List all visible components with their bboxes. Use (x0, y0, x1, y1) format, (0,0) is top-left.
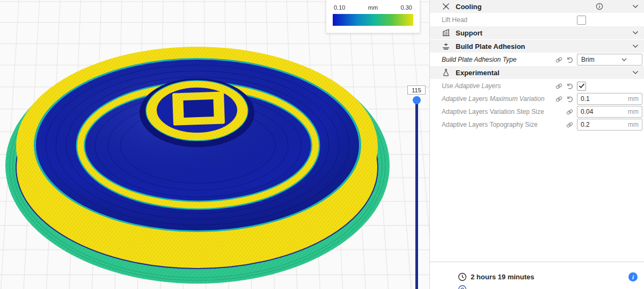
section-support[interactable]: Support (430, 26, 644, 40)
adhesion-type-dropdown[interactable]: Brim (577, 54, 642, 66)
info-icon[interactable] (596, 3, 603, 10)
section-build-plate-adhesion[interactable]: Build Plate Adhesion (430, 40, 644, 53)
dropdown-value: Brim (581, 56, 610, 63)
adaptive-step-size-field[interactable]: mm (577, 106, 642, 118)
fan-icon (442, 2, 450, 11)
adaptive-topography-size-input[interactable] (581, 121, 626, 128)
cura-prepare-window: 0.10 mm 0.30 115 Cooling (0, 0, 644, 289)
setting-label: Use Adaptive Layers (442, 82, 501, 90)
legend-gradient-bar (333, 14, 413, 26)
layer-slider-track[interactable] (415, 103, 418, 289)
setting-adaptive-max-variation: Adaptive Layers Maximum Variation (430, 92, 644, 105)
section-label: Support (456, 29, 482, 37)
setting-label: Adaptive Layers Maximum Variation (442, 95, 545, 103)
settings-panel: Cooling Lift Head (429, 0, 644, 262)
section-label: Experimental (456, 69, 500, 77)
checkmark-icon (579, 83, 585, 89)
print-summary: 2 hours 19 minutes i (429, 262, 644, 289)
flask-icon (442, 68, 450, 77)
revert-icon[interactable] (566, 96, 573, 103)
link-icon[interactable] (566, 109, 573, 115)
material-spool-icon (458, 285, 467, 289)
section-experimental[interactable]: Experimental (430, 66, 644, 80)
adaptive-topography-size-field[interactable]: mm (577, 119, 642, 131)
setting-label: Adaptive Layers Variation Step Size (442, 108, 544, 115)
legend-min: 0.10 (334, 4, 345, 11)
plate-adhesion-icon (442, 42, 450, 50)
chevron-down-icon (632, 30, 639, 35)
setting-use-adaptive-layers: Use Adaptive Layers (430, 80, 644, 92)
setting-label: Adaptive Layers Topography Size (442, 121, 538, 128)
print-time-estimate: 2 hours 19 minutes (471, 273, 534, 281)
use-adaptive-layers-checkbox[interactable] (577, 82, 586, 91)
chevron-down-icon (632, 44, 639, 49)
revert-icon[interactable] (566, 83, 573, 90)
setting-label: Build Plate Adhesion Type (442, 56, 516, 63)
legend-max: 0.30 (401, 4, 412, 11)
adaptive-step-size-input[interactable] (581, 108, 626, 115)
unit-label: mm (628, 95, 639, 103)
support-icon (442, 28, 450, 37)
link-icon[interactable] (555, 56, 562, 63)
clock-icon (458, 272, 467, 281)
sliced-model-preview[interactable] (0, 0, 429, 289)
section-label: Cooling (456, 3, 481, 11)
setting-adaptive-topography-size: Adaptive Layers Topography Size mm (430, 118, 644, 131)
layer-slider-handle[interactable] (413, 96, 421, 104)
chevron-down-icon (632, 4, 639, 9)
setting-label: Lift Head (442, 16, 467, 24)
layer-slider-value: 115 (407, 85, 426, 95)
setting-adhesion-type: Build Plate Adhesion Type (430, 53, 644, 66)
setting-adaptive-step-size: Adaptive Layers Variation Step Size mm (430, 105, 644, 118)
section-cooling[interactable]: Cooling (430, 0, 644, 13)
lift-head-checkbox[interactable] (577, 16, 586, 25)
chevron-down-icon (610, 57, 638, 62)
3d-viewport[interactable]: 0.10 mm 0.30 115 (0, 0, 429, 289)
adaptive-max-variation-input[interactable] (581, 95, 626, 103)
unit-label: mm (628, 108, 639, 115)
link-icon[interactable] (555, 83, 562, 90)
link-icon[interactable] (566, 121, 573, 128)
legend-unit: mm (368, 4, 378, 11)
print-info-icon[interactable]: i (628, 272, 638, 281)
layer-thickness-legend: 0.10 mm 0.30 (326, 0, 420, 33)
adaptive-max-variation-field[interactable]: mm (577, 93, 642, 105)
chevron-down-icon (632, 70, 639, 75)
link-icon[interactable] (555, 96, 562, 103)
section-label: Build Plate Adhesion (456, 42, 525, 50)
setting-lift-head: Lift Head (430, 13, 644, 26)
revert-icon[interactable] (566, 56, 573, 63)
unit-label: mm (628, 121, 639, 128)
